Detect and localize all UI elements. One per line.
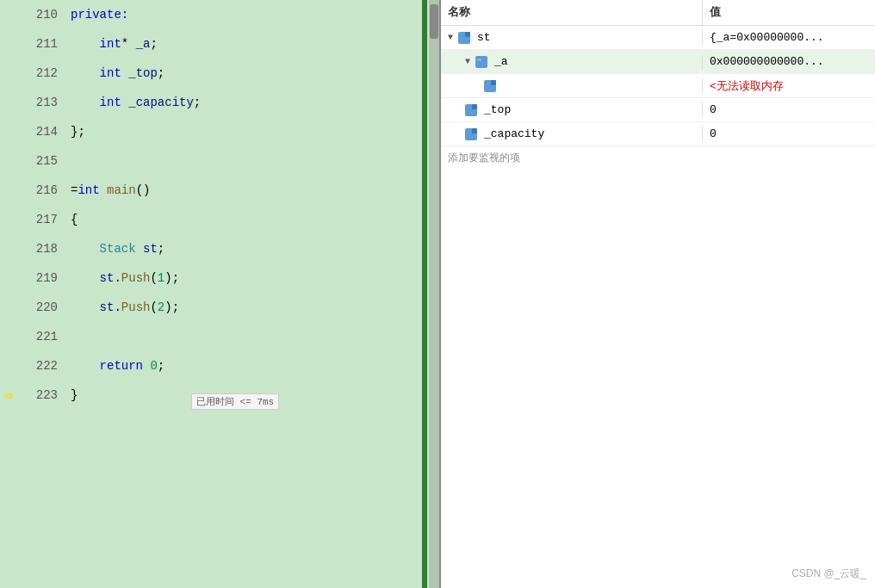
watch-row-top[interactable]: _top 0 xyxy=(441,98,875,122)
code-line-211: int* _a; xyxy=(71,29,429,59)
indicator-216 xyxy=(0,176,19,205)
line-num-223: 223 xyxy=(36,381,58,410)
code-token: () xyxy=(136,183,151,197)
code-token: = xyxy=(71,183,78,197)
code-token xyxy=(121,66,128,80)
var-icon-capacity xyxy=(465,128,477,140)
watch-header-value: 值 xyxy=(703,0,875,25)
watch-row-a-deref-name xyxy=(441,78,703,94)
code-token: ; xyxy=(158,359,164,373)
code-token: int xyxy=(100,96,121,109)
watch-row-capacity[interactable]: _capacity 0 xyxy=(441,122,875,146)
code-token: main xyxy=(107,183,136,197)
var-name-a: _a xyxy=(494,55,508,68)
add-watch-button[interactable]: 添加要监视的项 xyxy=(441,146,875,170)
code-line-217: { xyxy=(71,205,429,234)
code-line-222: return 0; xyxy=(71,351,429,381)
code-area: ⇒ 210 211 212 213 214 215 216 217 218 21… xyxy=(0,0,439,588)
code-token: int xyxy=(100,37,121,51)
code-token: _a xyxy=(136,37,151,51)
indicator-217 xyxy=(0,205,19,234)
code-token: 2 xyxy=(158,300,164,314)
indicator-220 xyxy=(0,293,19,322)
code-line-212: int _top; xyxy=(71,59,429,88)
code-token xyxy=(136,242,143,256)
code-token: ( xyxy=(150,300,157,314)
watch-row-a-name: ▼ _a xyxy=(441,53,703,70)
line-num-211: 211 xyxy=(36,29,58,59)
code-token xyxy=(143,359,150,373)
debug-arrow-icon: ⇒ xyxy=(4,386,14,405)
line-num-221: 221 xyxy=(36,322,58,351)
code-token: st xyxy=(100,271,115,285)
watch-row-st[interactable]: ▼ st {_a=0x00000000... xyxy=(441,26,875,50)
indicator-223: ⇒ xyxy=(0,381,19,410)
line-num-222: 222 xyxy=(36,351,58,381)
code-token: ; xyxy=(158,66,164,80)
code-line-219: st.Push(1); xyxy=(71,263,429,293)
line-num-214: 214 xyxy=(36,117,58,146)
code-token: Push xyxy=(121,271,151,285)
var-icon-top xyxy=(465,104,477,116)
line-numbers: 210 211 212 213 214 215 216 217 218 219 … xyxy=(19,0,66,588)
line-num-210: 210 xyxy=(36,0,58,29)
watch-row-a-deref-value: <无法读取内存 xyxy=(703,77,875,96)
line-num-219: 219 xyxy=(36,263,58,293)
watch-panel: 名称 值 ▼ st {_a=0x00000000... ▼ _a 0x00000… xyxy=(439,0,875,588)
code-token xyxy=(71,300,100,314)
tooltip-text: 已用时间 <= 7ms xyxy=(196,397,274,407)
code-token: 1 xyxy=(158,271,164,285)
code-line-214: }; xyxy=(71,117,429,146)
watch-row-st-value: {_a=0x00000000... xyxy=(703,29,875,46)
line-num-217: 217 xyxy=(36,205,58,234)
expand-arrow-a[interactable]: ▼ xyxy=(465,57,470,66)
watch-row-top-name: _top xyxy=(441,102,703,118)
ptr-icon-a xyxy=(475,56,487,68)
code-token xyxy=(71,271,100,285)
scroll-thumb[interactable] xyxy=(430,4,438,39)
indicator-213 xyxy=(0,88,19,117)
var-name-st: st xyxy=(477,31,491,44)
watch-row-capacity-value: 0 xyxy=(703,126,875,142)
add-watch-label: 添加要监视的项 xyxy=(448,152,520,164)
code-line-215 xyxy=(71,146,429,176)
indicator-219 xyxy=(0,263,19,293)
indicator-221 xyxy=(0,322,19,351)
code-token: _top xyxy=(128,66,158,80)
code-line-210: private: xyxy=(71,0,429,29)
indicator-214 xyxy=(0,117,19,146)
watch-body: ▼ st {_a=0x00000000... ▼ _a 0x0000000000… xyxy=(441,26,875,588)
code-token: st xyxy=(100,300,115,314)
watch-row-a-deref[interactable]: <无法读取内存 xyxy=(441,74,875,98)
code-token: * xyxy=(121,37,136,51)
watch-row-capacity-name: _capacity xyxy=(441,126,703,142)
indicator-212 xyxy=(0,59,19,88)
scrollbar[interactable] xyxy=(429,0,439,588)
code-token xyxy=(71,359,100,373)
expand-arrow-st[interactable]: ▼ xyxy=(448,33,453,42)
code-token xyxy=(71,66,100,80)
code-token: ( xyxy=(150,271,157,285)
code-token: return xyxy=(100,359,143,373)
line-num-218: 218 xyxy=(36,234,58,263)
code-token: ; xyxy=(158,242,164,256)
line-num-212: 212 xyxy=(36,59,58,88)
code-line-221 xyxy=(71,322,429,351)
time-tooltip: 已用时间 <= 7ms xyxy=(191,393,279,410)
code-token: int xyxy=(78,183,99,197)
code-token: int xyxy=(100,66,121,80)
code-token: ; xyxy=(194,96,201,109)
code-line-220: st.Push(2); xyxy=(71,293,429,322)
watch-row-top-value: 0 xyxy=(703,102,875,118)
code-content: private: int* _a; int _top; int _capacit… xyxy=(66,0,429,588)
line-num-213: 213 xyxy=(36,88,58,117)
code-token: { xyxy=(71,213,78,226)
code-token xyxy=(71,37,100,51)
indicator-211 xyxy=(0,29,19,59)
watch-row-a[interactable]: ▼ _a 0x000000000000... xyxy=(441,50,875,74)
code-line-218: Stack st; xyxy=(71,234,429,263)
var-icon-a-deref xyxy=(484,80,496,92)
code-token xyxy=(100,183,107,197)
code-token: st xyxy=(143,242,158,256)
code-line-223: } 已用时间 <= 7ms xyxy=(71,381,429,410)
